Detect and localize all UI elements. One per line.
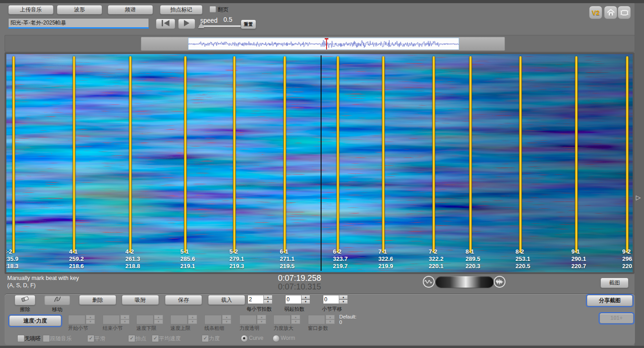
beat-marker-5-2[interactable] <box>233 56 236 253</box>
beats-per-measure-label: 每小节拍数 <box>247 306 272 313</box>
snap-button[interactable]: 吸附 <box>122 295 159 305</box>
bottom-toolbar: 擦除 移动 删除吸附保存载入 ▲▼每小节拍数▲▼弱起拍数▲▼小节平移 分享截图 … <box>5 294 635 345</box>
measure-shift-down-icon[interactable]: ▼ <box>339 299 348 304</box>
erase-tool-label: 擦除 <box>15 306 35 313</box>
beat-label-6-2: 6-2323.7219.7 <box>333 248 365 270</box>
spectrum-button[interactable]: 频谱 <box>108 5 153 15</box>
beat-label-9-1: 9-1290.1220.7 <box>571 248 603 270</box>
spectrogram-view[interactable]: 3-2235.9218.34-1259.2218.64-2261.3218.85… <box>6 54 633 272</box>
measure-shift-stepper[interactable]: ▲▼ <box>339 295 348 304</box>
play-icon <box>184 20 189 26</box>
beat-bpm: 285.6 <box>180 255 212 263</box>
beat-marker-5-1[interactable] <box>184 56 187 253</box>
reset-speed-button[interactable]: 重置 <box>241 20 256 29</box>
line-width-down-icon: ▼ <box>222 319 231 324</box>
overview-playhead[interactable] <box>326 38 327 49</box>
wave-small-button[interactable] <box>423 276 435 288</box>
beat-bpm: 322.2 <box>429 255 461 263</box>
dense-wave-icon <box>495 279 504 285</box>
right-scroll-rail[interactable]: ▷ <box>634 3 644 346</box>
beat-mark-button[interactable]: 拍点标记 <box>160 5 203 15</box>
beat-marker-9-2[interactable] <box>626 56 629 253</box>
beat-time: 220.1 <box>429 263 461 270</box>
load-button[interactable]: 载入 <box>208 295 245 305</box>
zoom-slider[interactable] <box>436 276 494 288</box>
beat-points-label: 拍点 <box>135 335 146 343</box>
measure-shift-label: 小节平移 <box>322 306 342 313</box>
beats-per-measure-stepper[interactable]: ▲▼ <box>263 295 272 304</box>
beat-time: 219.5 <box>280 263 312 270</box>
beat-marker-4-2[interactable] <box>129 56 132 253</box>
curve-label: Curve <box>249 335 263 341</box>
dyn-transparency-up-icon: ▲ <box>257 315 266 319</box>
curve-radio[interactable] <box>241 335 248 342</box>
waveform-button[interactable]: 波形 <box>57 5 102 15</box>
beat-marker-7-2[interactable] <box>432 56 435 253</box>
beat-time: 219.1 <box>180 263 212 270</box>
play-button[interactable] <box>178 19 195 29</box>
home-button[interactable] <box>604 6 617 19</box>
flip-page-label: 翻页 <box>218 6 228 14</box>
beat-time: 220.9 <box>622 263 633 270</box>
beat-time: 220.5 <box>515 263 547 270</box>
delete-button[interactable]: 删除 <box>79 295 116 305</box>
end-measure-up-icon: ▲ <box>120 315 129 319</box>
pickup-beats-up-icon[interactable]: ▲ <box>301 295 310 299</box>
dyn-transparency-input <box>239 315 257 324</box>
beats-per-measure-down-icon[interactable]: ▼ <box>263 299 272 304</box>
beat-marker-8-2[interactable] <box>519 56 522 253</box>
beat-label-4-1: 4-1259.2218.6 <box>69 248 101 270</box>
beat-label: 6-2 <box>333 248 365 255</box>
beat-label: 8-2 <box>515 248 547 255</box>
hint-line-2: (A, S, D, F) <box>7 282 79 289</box>
scroll-right-icon[interactable]: ▷ <box>636 194 641 201</box>
beat-marker-3-2[interactable] <box>12 56 15 253</box>
measure-shift-input[interactable] <box>323 295 340 304</box>
screenshot-button[interactable]: 截图 <box>600 278 629 288</box>
speed-slider-track[interactable] <box>199 25 245 27</box>
pickup-beats-stepper[interactable]: ▲▼ <box>301 295 310 304</box>
pickup-beats-input[interactable] <box>285 295 302 304</box>
dyn-transparency-stepper: ▲▼ <box>257 315 266 324</box>
beat-marker-7-1[interactable] <box>382 56 385 253</box>
beat-marker-4-1[interactable] <box>73 56 75 253</box>
overview-waveform-window[interactable] <box>188 38 459 50</box>
save-button[interactable]: 保存 <box>165 295 202 305</box>
beat-bpm: 322.6 <box>378 255 410 263</box>
erase-tool-button[interactable] <box>15 295 35 305</box>
share-screenshot-button[interactable]: 分享截图 <box>587 295 633 306</box>
beat-time: 218.8 <box>125 263 157 270</box>
speed-dynamics-button[interactable]: 速度-力度 <box>9 315 61 326</box>
move-tool-button[interactable] <box>44 295 70 305</box>
beats-per-measure-input[interactable] <box>248 295 265 304</box>
beat-label-3-2: 3-2235.9218.3 <box>6 248 35 270</box>
skip-to-start-button[interactable] <box>156 19 175 29</box>
beats-per-measure-up-icon[interactable]: ▲ <box>263 295 272 299</box>
speed-min-up-icon: ▲ <box>154 315 163 319</box>
upload-music-button[interactable]: 上传音乐 <box>8 5 54 15</box>
beat-label-8-2: 8-2253.1220.5 <box>515 248 547 270</box>
beat-marker-9-1[interactable] <box>575 56 578 253</box>
move-squiggle-icon <box>52 295 62 303</box>
beat-label: 5-1 <box>180 248 212 255</box>
beat-marker-6-2[interactable] <box>337 56 339 253</box>
flip-page-checkbox[interactable] <box>209 6 216 13</box>
window-params-down-icon: ▼ <box>326 319 335 324</box>
beat-bpm: 290.1 <box>571 255 603 263</box>
time-current: 0:07:19.258 <box>195 274 321 283</box>
curve-radio-dot <box>243 337 245 339</box>
line-width-stepper: ▲▼ <box>222 315 231 324</box>
fullscreen-button[interactable] <box>618 6 631 19</box>
default-label: Default: <box>339 314 357 319</box>
overview-track[interactable] <box>141 37 505 51</box>
beat-marker-8-1[interactable] <box>469 56 472 253</box>
beat-marker-6-1[interactable] <box>283 56 286 253</box>
measure-shift-up-icon[interactable]: ▲ <box>339 295 348 299</box>
no-tick-checkbox[interactable] <box>17 335 25 342</box>
window-bottom-edge <box>0 346 644 348</box>
worm-radio[interactable] <box>272 335 280 342</box>
speed-slider-thumb[interactable] <box>198 22 204 28</box>
wave-dense-button[interactable] <box>494 276 505 288</box>
song-name-input[interactable] <box>8 18 149 29</box>
pickup-beats-down-icon[interactable]: ▼ <box>301 299 310 304</box>
